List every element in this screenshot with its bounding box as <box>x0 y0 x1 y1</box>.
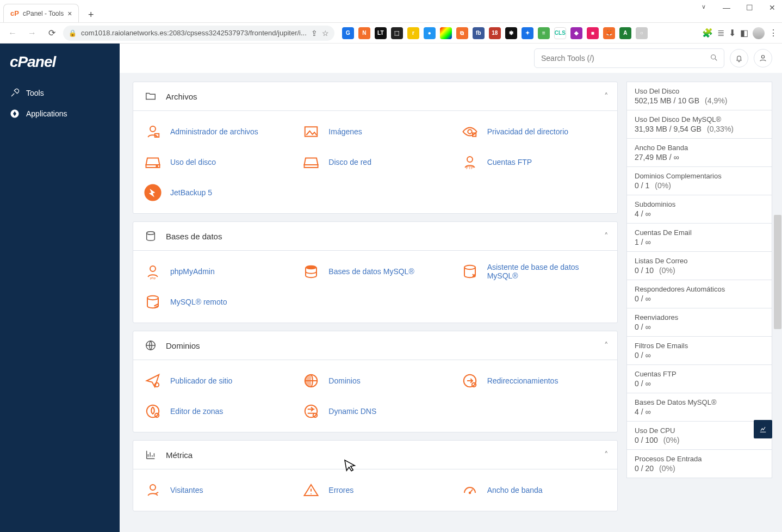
bookmark-star-icon[interactable]: ☆ <box>322 29 329 38</box>
chevron-up-icon[interactable]: ˄ <box>604 91 609 101</box>
tool-link[interactable]: MySQL® remoto <box>170 298 227 306</box>
tool-link[interactable]: Publicador de sitio <box>170 376 232 385</box>
extension-icon[interactable]: 18 <box>489 27 501 39</box>
tool-link[interactable]: Asistente de base de datos MySQL® <box>487 263 607 280</box>
stat-row[interactable]: Dominios Complementarios0 / 1(0%) <box>626 167 772 195</box>
tool-link[interactable]: Ancho de banda <box>487 486 543 494</box>
search-icon[interactable] <box>710 53 718 64</box>
tool-zone-editor[interactable]: Editor de zonas <box>138 396 296 426</box>
extension-icon[interactable]: ● <box>424 27 436 39</box>
extension-icon[interactable]: ✾ <box>505 27 517 39</box>
tool-link[interactable]: Bases de datos MySQL® <box>328 267 414 276</box>
stat-row[interactable]: Cuentas FTP0 / ∞ <box>626 365 772 393</box>
address-field[interactable]: 🔒 com1018.raiolanetworks.es:2083/cpsess3… <box>63 26 334 41</box>
tool-mysql-databases[interactable]: Bases de datos MySQL® <box>296 256 454 287</box>
chevron-up-icon[interactable]: ˄ <box>604 341 609 350</box>
tool-link[interactable]: Disco de red <box>328 158 371 166</box>
profile-avatar[interactable] <box>753 27 765 39</box>
forward-button[interactable]: → <box>24 25 40 41</box>
stat-row[interactable]: Ancho De Banda27,49 MB / ∞ <box>626 139 772 167</box>
extension-icon[interactable]: N <box>358 27 370 39</box>
tool-network-disk[interactable]: Disco de red <box>296 147 454 177</box>
tool-domains[interactable]: Dominios <box>296 366 454 396</box>
extension-icon[interactable]: ○ <box>636 27 648 39</box>
stat-row[interactable]: Filtros De Emails0 / ∞ <box>626 337 772 365</box>
close-icon[interactable]: ✕ <box>766 3 779 12</box>
tool-link[interactable]: Privacidad del directorio <box>487 127 568 136</box>
extension-icon[interactable]: ≡ <box>538 27 550 39</box>
tool-mysql-wizard[interactable]: Asistente de base de datos MySQL® <box>455 256 613 287</box>
extension-icon[interactable]: ◆ <box>570 27 582 39</box>
minimize-icon[interactable]: — <box>720 3 733 12</box>
extension-icon[interactable]: ✦ <box>522 27 533 39</box>
sidepanel-icon[interactable]: ◧ <box>740 28 748 38</box>
tool-remote-mysql[interactable]: MySQL® remoto <box>138 287 296 317</box>
tool-link[interactable]: Uso del disco <box>170 158 216 166</box>
panel-header[interactable]: Dominios ˄ <box>133 331 617 360</box>
tool-link[interactable]: Administrador de archivos <box>170 127 258 136</box>
extension-icon[interactable]: G <box>342 27 354 39</box>
stat-row[interactable]: Uso De CPU0 / 100(0%) <box>626 422 772 450</box>
stat-row[interactable]: Listas De Correo0 / 10(0%) <box>626 252 772 280</box>
extension-icon[interactable]: ⧉ <box>456 27 468 39</box>
chevron-up-icon[interactable]: ˄ <box>604 450 609 460</box>
reading-list-icon[interactable]: ≣ <box>717 28 724 38</box>
stat-row[interactable]: Subdominios4 / ∞ <box>626 195 772 224</box>
extension-puzzle-icon[interactable]: 🧩 <box>702 28 713 38</box>
panel-header[interactable]: Archivos ˄ <box>133 82 617 111</box>
panel-header[interactable]: Métrica ˄ <box>133 441 617 469</box>
tool-link[interactable]: Errores <box>328 486 353 494</box>
extension-icon[interactable]: CLS <box>554 27 566 39</box>
scrollbar-thumb[interactable] <box>774 215 781 329</box>
tool-visitors[interactable]: Visitantes <box>138 475 296 505</box>
tool-link[interactable]: phpMyAdmin <box>170 267 215 276</box>
tool-dir-privacy[interactable]: Privacidad del directorio <box>455 116 613 147</box>
stat-row[interactable]: Respondedores Automáticos0 / ∞ <box>626 280 772 308</box>
stat-row[interactable]: Bases De Datos MySQL®4 / ∞ <box>626 393 772 422</box>
stat-row[interactable]: Reenviadores0 / ∞ <box>626 308 772 337</box>
tool-link[interactable]: Cuentas FTP <box>487 158 532 166</box>
extension-icon[interactable]: LT <box>375 27 387 39</box>
tool-redirects[interactable]: Redireccionamientos <box>455 366 613 396</box>
browser-tab[interactable]: cP cPanel - Tools × <box>3 4 79 22</box>
analytics-float-button[interactable] <box>754 420 772 438</box>
sidebar-item-applications[interactable]: Applications <box>0 103 120 124</box>
maximize-icon[interactable]: ☐ <box>743 3 756 12</box>
tool-images[interactable]: Imágenes <box>296 116 454 147</box>
stat-row[interactable]: Uso Del Disco De MySQL®31,93 MB / 9,54 G… <box>626 110 772 139</box>
tool-link[interactable]: JetBackup 5 <box>170 188 212 197</box>
stat-row[interactable]: Uso Del Disco502,15 MB / 10 GB(4,9%) <box>626 82 772 110</box>
extension-icon[interactable]: 🦊 <box>603 27 615 39</box>
notifications-button[interactable] <box>730 49 748 67</box>
sidebar-item-tools[interactable]: Tools <box>0 83 120 103</box>
reload-button[interactable]: ⟳ <box>44 25 60 41</box>
tool-errors[interactable]: Errores <box>296 475 454 505</box>
tool-jetbackup[interactable]: JetBackup 5 <box>138 177 296 208</box>
new-tab-button[interactable]: + <box>83 7 98 22</box>
tool-link[interactable]: Dynamic DNS <box>328 407 376 416</box>
tool-bandwidth[interactable]: Ancho de banda <box>455 475 613 505</box>
share-icon[interactable]: ⇪ <box>311 29 318 38</box>
extension-icon[interactable]: fb <box>473 27 485 39</box>
extension-icon[interactable]: r <box>407 27 419 39</box>
tool-dynamic-dns[interactable]: Dynamic DNS <box>296 396 454 426</box>
extension-icon[interactable]: ⬚ <box>391 27 403 39</box>
search-field[interactable] <box>534 48 724 68</box>
tool-link[interactable]: Imágenes <box>328 127 362 136</box>
tool-link[interactable]: Editor de zonas <box>170 407 223 416</box>
chevron-up-icon[interactable]: ˄ <box>604 231 609 241</box>
kebab-menu-icon[interactable]: ⋮ <box>769 28 778 38</box>
extension-icon[interactable]: ■ <box>587 27 599 39</box>
stat-row[interactable]: Cuentas De Email1 / ∞ <box>626 224 772 252</box>
account-button[interactable] <box>754 49 772 67</box>
tool-ftp-accounts[interactable]: FTP Cuentas FTP <box>455 147 613 177</box>
tool-phpmyadmin[interactable]: php phpMyAdmin <box>138 256 296 287</box>
tool-disk-usage[interactable]: Uso del disco <box>138 147 296 177</box>
stat-row[interactable]: Procesos De Entrada0 / 20(0%) <box>626 450 772 478</box>
chevron-down-icon[interactable]: ∨ <box>697 3 710 12</box>
search-input[interactable] <box>540 53 710 63</box>
tool-file-manager[interactable]: Administrador de archivos <box>138 116 296 147</box>
tool-link[interactable]: Visitantes <box>170 486 203 494</box>
tab-close-icon[interactable]: × <box>67 9 72 18</box>
tool-link[interactable]: Dominios <box>328 376 360 385</box>
